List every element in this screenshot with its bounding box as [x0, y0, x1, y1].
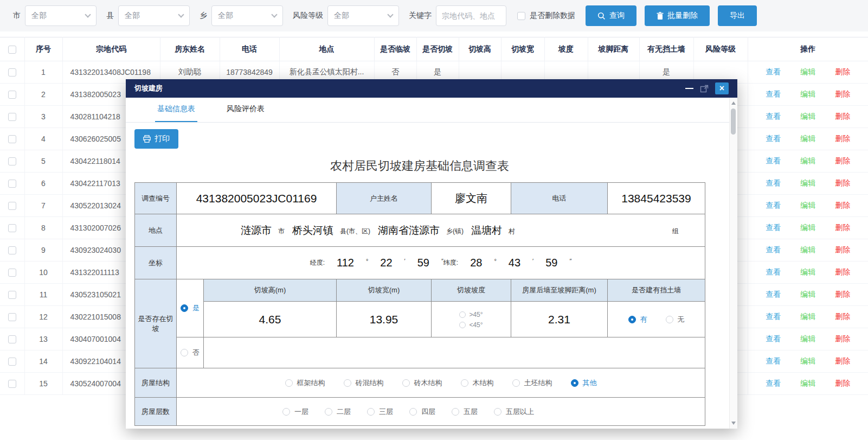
delete-data-checkbox[interactable] — [517, 12, 525, 20]
keyword-input[interactable] — [436, 5, 506, 26]
view-link[interactable]: 查看 — [766, 112, 781, 120]
edit-link[interactable]: 编辑 — [800, 112, 815, 120]
modal-scrollbar[interactable] — [729, 98, 737, 429]
county-filter-select[interactable]: 全部 — [118, 5, 190, 26]
view-link[interactable]: 查看 — [766, 312, 781, 321]
delete-link[interactable]: 删除 — [835, 90, 850, 98]
edit-link[interactable]: 编辑 — [800, 223, 815, 232]
cut-exist-yes-radio[interactable] — [181, 304, 188, 312]
row-checkbox[interactable] — [8, 291, 16, 299]
scrollbar-thumb[interactable] — [731, 109, 736, 135]
delete-link[interactable]: 删除 — [835, 112, 850, 120]
view-link[interactable]: 查看 — [766, 134, 781, 143]
batch-delete-button[interactable]: 批量删除 — [645, 5, 710, 26]
edit-link[interactable]: 编辑 — [800, 379, 815, 387]
row-checkbox[interactable] — [8, 358, 16, 366]
delete-link[interactable]: 删除 — [835, 245, 850, 254]
edit-link[interactable]: 编辑 — [800, 201, 815, 209]
view-link[interactable]: 查看 — [766, 90, 781, 98]
delete-link[interactable]: 删除 — [835, 156, 850, 165]
delete-link[interactable]: 删除 — [835, 201, 850, 209]
structure-radio[interactable] — [461, 379, 468, 387]
structure-radio[interactable] — [512, 379, 520, 387]
structure-radio[interactable] — [571, 379, 578, 387]
floor-radio[interactable] — [325, 408, 332, 416]
edit-link[interactable]: 编辑 — [800, 67, 815, 76]
edit-link[interactable]: 编辑 — [800, 156, 815, 165]
row-checkbox[interactable] — [8, 157, 16, 165]
select-all-checkbox[interactable] — [8, 46, 16, 54]
edit-link[interactable]: 编辑 — [800, 245, 815, 254]
view-link[interactable]: 查看 — [766, 223, 781, 232]
row-checkbox[interactable] — [8, 180, 16, 188]
floor-radio[interactable] — [409, 408, 417, 416]
view-link[interactable]: 查看 — [766, 67, 781, 76]
delete-link[interactable]: 删除 — [835, 312, 850, 321]
row-checkbox[interactable] — [8, 380, 16, 388]
view-link[interactable]: 查看 — [766, 290, 781, 298]
subheader-cut-slope: 切坡坡度 — [432, 279, 511, 302]
risk-level-filter-select[interactable]: 全部 — [327, 5, 399, 26]
wall-no-radio[interactable] — [666, 316, 673, 323]
view-link[interactable]: 查看 — [766, 267, 781, 276]
city-filter-select[interactable]: 全部 — [25, 5, 97, 26]
view-link[interactable]: 查看 — [766, 201, 781, 209]
slope-gt45-radio[interactable] — [459, 311, 466, 318]
row-checkbox[interactable] — [8, 224, 16, 232]
view-link[interactable]: 查看 — [766, 178, 781, 187]
delete-link[interactable]: 删除 — [835, 356, 850, 365]
export-button[interactable]: 导出 — [718, 5, 757, 26]
view-link[interactable]: 查看 — [766, 156, 781, 165]
row-checkbox[interactable] — [8, 68, 16, 76]
view-link[interactable]: 查看 — [766, 334, 781, 343]
row-checkbox[interactable] — [8, 135, 16, 143]
edit-link[interactable]: 编辑 — [800, 267, 815, 276]
row-checkbox[interactable] — [8, 313, 16, 321]
view-link[interactable]: 查看 — [766, 379, 781, 387]
floor-radio[interactable] — [367, 408, 375, 416]
structure-radio[interactable] — [344, 379, 351, 387]
view-link[interactable]: 查看 — [766, 356, 781, 365]
cut-exist-no-radio[interactable] — [181, 349, 188, 356]
row-checkbox[interactable] — [8, 91, 16, 99]
delete-link[interactable]: 删除 — [835, 223, 850, 232]
slope-lt45-radio[interactable] — [459, 322, 466, 328]
delete-link[interactable]: 删除 — [835, 267, 850, 276]
floor-radio[interactable] — [452, 408, 459, 416]
edit-link[interactable]: 编辑 — [800, 356, 815, 365]
edit-link[interactable]: 编辑 — [800, 290, 815, 298]
edit-link[interactable]: 编辑 — [800, 134, 815, 143]
edit-link[interactable]: 编辑 — [800, 312, 815, 321]
edit-link[interactable]: 编辑 — [800, 334, 815, 343]
floor-radio[interactable] — [282, 408, 290, 416]
floor-option: 五层以上 — [494, 407, 534, 417]
row-checkbox[interactable] — [8, 202, 16, 210]
wall-yes-radio[interactable] — [628, 316, 636, 323]
structure-radio[interactable] — [285, 379, 293, 387]
scroll-down-icon[interactable] — [731, 422, 736, 425]
view-link[interactable]: 查看 — [766, 245, 781, 254]
minimize-icon[interactable] — [685, 88, 693, 89]
print-button[interactable]: 打印 — [134, 129, 178, 149]
township-filter-select[interactable]: 全部 — [211, 5, 283, 26]
delete-link[interactable]: 删除 — [835, 290, 850, 298]
tab-risk-eval[interactable]: 风险评价表 — [224, 104, 267, 122]
tab-basic-info[interactable]: 基础信息表 — [155, 104, 197, 122]
row-checkbox[interactable] — [8, 269, 16, 277]
row-checkbox[interactable] — [8, 335, 16, 343]
structure-radio[interactable] — [402, 379, 410, 387]
delete-link[interactable]: 删除 — [835, 178, 850, 187]
maximize-icon[interactable] — [700, 85, 709, 93]
floor-radio[interactable] — [494, 408, 501, 416]
scroll-up-icon[interactable] — [731, 101, 736, 105]
row-checkbox[interactable] — [8, 246, 16, 254]
delete-link[interactable]: 删除 — [835, 67, 850, 76]
close-icon[interactable]: × — [715, 82, 729, 94]
edit-link[interactable]: 编辑 — [800, 178, 815, 187]
query-button[interactable]: 查询 — [586, 5, 636, 26]
row-checkbox[interactable] — [8, 113, 16, 121]
delete-link[interactable]: 删除 — [835, 334, 850, 343]
delete-link[interactable]: 删除 — [835, 379, 850, 387]
edit-link[interactable]: 编辑 — [800, 90, 815, 98]
delete-link[interactable]: 删除 — [835, 134, 850, 143]
